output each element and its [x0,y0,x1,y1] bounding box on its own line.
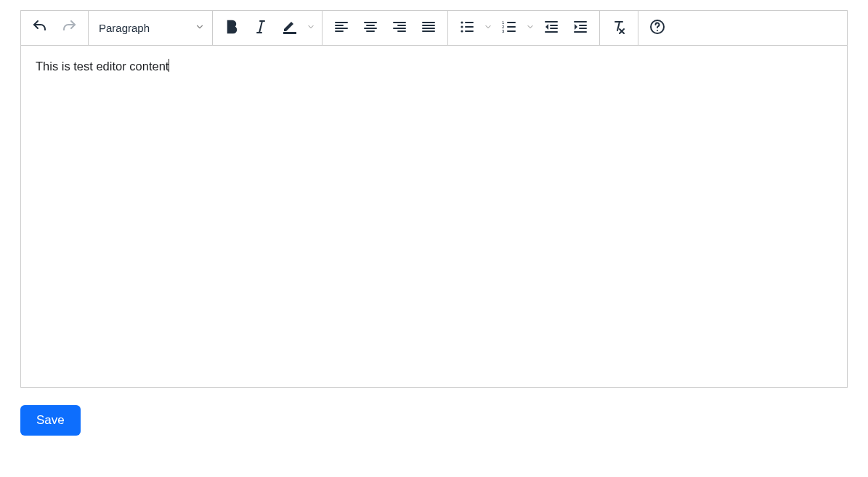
text-cursor [169,59,169,72]
block-format-label: Paragraph [99,22,150,34]
bullet-list-menu-button[interactable] [482,14,495,43]
editor-text: This is test editor content [36,60,169,73]
toolbar-group-inline [213,11,323,45]
svg-rect-3 [283,32,296,34]
text-color-icon [281,18,299,38]
align-center-icon [362,18,379,38]
editor-content-area[interactable]: This is test editor content [21,46,847,387]
toolbar: Paragraph [21,11,847,46]
align-right-button[interactable] [385,14,414,43]
undo-icon [31,18,49,38]
align-left-icon [333,18,350,38]
align-center-button[interactable] [356,14,385,43]
svg-text:3: 3 [502,29,505,33]
outdent-icon [543,18,560,38]
align-justify-icon [420,18,437,38]
italic-icon [252,18,269,38]
action-row: Save [20,405,848,436]
numbered-list-button[interactable]: 1 2 3 [495,14,524,43]
block-format-select[interactable]: Paragraph [89,11,212,45]
svg-point-22 [461,25,463,28]
bold-icon [223,18,240,38]
svg-point-24 [461,30,463,32]
indent-button[interactable] [566,14,595,43]
numbered-list-menu-button[interactable] [524,14,537,43]
toolbar-group-lists: 1 2 3 [448,11,600,45]
toolbar-group-align [323,11,448,45]
italic-button[interactable] [246,14,275,43]
redo-button[interactable] [54,14,84,43]
toolbar-group-history [21,11,89,45]
toolbar-group-help [638,11,676,45]
align-right-icon [391,18,408,38]
indent-icon [572,18,589,38]
bold-button[interactable] [217,14,246,43]
numbered-list-icon: 1 2 3 [500,18,518,38]
svg-point-43 [657,30,658,31]
clear-format-icon [610,18,628,38]
chevron-down-icon [526,23,535,33]
chevron-down-icon [307,23,315,33]
redo-icon [60,18,78,38]
text-color-button[interactable] [275,14,304,43]
help-button[interactable] [643,14,672,43]
undo-button[interactable] [25,14,54,43]
text-color-menu-button[interactable] [304,14,317,43]
bullet-list-button[interactable] [453,14,482,43]
help-icon [649,18,666,38]
svg-line-2 [259,21,262,33]
align-justify-button[interactable] [414,14,443,43]
outdent-button[interactable] [537,14,566,43]
chevron-down-icon [484,23,492,33]
clear-format-button[interactable] [604,14,633,43]
chevron-down-icon [195,22,205,34]
svg-point-20 [461,21,463,23]
save-button[interactable]: Save [20,405,81,436]
bullet-list-icon [458,18,476,38]
toolbar-group-blocks: Paragraph [89,11,213,45]
rich-text-editor: Paragraph [20,10,848,388]
toolbar-group-clear [600,11,638,45]
align-left-button[interactable] [327,14,356,43]
